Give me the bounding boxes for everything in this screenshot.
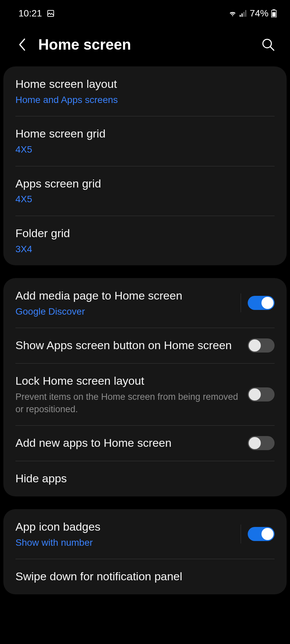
row-app-icon-badges[interactable]: App icon badges Show with number bbox=[3, 509, 287, 559]
page-header: Home screen bbox=[0, 20, 290, 66]
row-home-screen-grid[interactable]: Home screen grid 4X5 bbox=[3, 116, 287, 166]
divider bbox=[241, 293, 241, 312]
svg-rect-1 bbox=[240, 15, 241, 17]
row-subtitle: 4X5 bbox=[15, 144, 268, 156]
toggle-lock-layout[interactable] bbox=[248, 387, 275, 401]
row-subtitle: Google Discover bbox=[15, 306, 234, 318]
status-time: 10:21 bbox=[18, 8, 42, 19]
row-title: Add media page to Home screen bbox=[15, 288, 234, 304]
row-title: Home screen grid bbox=[15, 126, 268, 142]
row-subtitle: 3X4 bbox=[15, 243, 268, 255]
row-title: Folder grid bbox=[15, 226, 268, 241]
wifi-icon bbox=[228, 10, 237, 17]
row-title: Lock Home screen layout bbox=[15, 373, 241, 389]
row-title: App icon badges bbox=[15, 519, 234, 535]
gallery-icon bbox=[47, 9, 55, 17]
group-badges: App icon badges Show with number Swipe d… bbox=[3, 509, 287, 594]
row-title: Add new apps to Home screen bbox=[15, 435, 241, 451]
row-hide-apps[interactable]: Hide apps bbox=[3, 461, 287, 496]
battery-icon bbox=[271, 9, 277, 17]
group-options: Add media page to Home screen Google Dis… bbox=[3, 278, 287, 496]
svg-rect-3 bbox=[243, 12, 244, 17]
row-add-media-page[interactable]: Add media page to Home screen Google Dis… bbox=[3, 278, 287, 328]
search-button[interactable] bbox=[260, 36, 277, 53]
status-battery: 74% bbox=[250, 8, 269, 19]
row-title: Apps screen grid bbox=[15, 176, 268, 192]
row-title: Hide apps bbox=[15, 471, 268, 486]
row-subtitle: Prevent items on the Home screen from be… bbox=[15, 391, 241, 415]
svg-rect-4 bbox=[245, 10, 246, 17]
row-title: Swipe down for notification panel bbox=[15, 569, 268, 584]
signal-icon bbox=[240, 10, 247, 17]
row-subtitle: Home and Apps screens bbox=[15, 94, 268, 106]
row-title: Home screen layout bbox=[15, 76, 268, 92]
toggle-add-media-page[interactable] bbox=[248, 296, 275, 310]
row-lock-layout[interactable]: Lock Home screen layout Prevent items on… bbox=[3, 363, 287, 425]
row-apps-screen-grid[interactable]: Apps screen grid 4X5 bbox=[3, 166, 287, 216]
row-swipe-down-notification[interactable]: Swipe down for notification panel bbox=[3, 559, 287, 594]
toggle-show-apps-button[interactable] bbox=[248, 338, 275, 353]
row-subtitle: 4X5 bbox=[15, 193, 268, 205]
divider bbox=[241, 525, 241, 543]
row-add-new-apps[interactable]: Add new apps to Home screen bbox=[3, 425, 287, 461]
status-bar: 10:21 74% bbox=[0, 0, 290, 20]
svg-rect-7 bbox=[272, 12, 276, 16]
page-title: Home screen bbox=[38, 36, 250, 53]
svg-rect-2 bbox=[241, 13, 242, 17]
row-title: Show Apps screen button on Home screen bbox=[15, 338, 241, 353]
group-layout: Home screen layout Home and Apps screens… bbox=[3, 66, 287, 265]
row-folder-grid[interactable]: Folder grid 3X4 bbox=[3, 216, 287, 265]
row-home-screen-layout[interactable]: Home screen layout Home and Apps screens bbox=[3, 66, 287, 116]
toggle-app-icon-badges[interactable] bbox=[248, 527, 275, 541]
back-button[interactable] bbox=[15, 38, 29, 51]
row-show-apps-button[interactable]: Show Apps screen button on Home screen bbox=[3, 328, 287, 363]
row-subtitle: Show with number bbox=[15, 537, 234, 549]
toggle-add-new-apps[interactable] bbox=[248, 436, 275, 450]
